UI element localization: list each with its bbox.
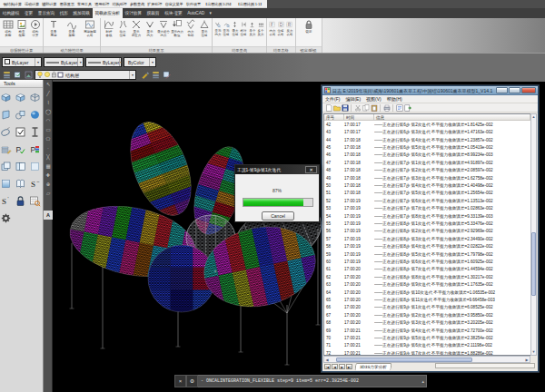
log-row[interactable]: 6417:00:20——正在进行第8步 第10次迭代 不平衡力收敛误差=1.06… <box>324 289 530 296</box>
draw-tool-1-icon[interactable]: ╱ <box>44 89 53 98</box>
ribbon-tab-0[interactable]: 结构建模 <box>0 8 22 18</box>
combo-arrow-icon[interactable]: ▾ <box>149 58 155 66</box>
command-close-icon[interactable]: × <box>174 375 186 387</box>
lineweight-combo[interactable]: ByLayer▾ <box>85 57 122 67</box>
box-wire-icon[interactable] <box>29 91 42 103</box>
ribbon-button-1-2[interactable]: 周期振型表格 <box>81 19 99 38</box>
ibeam-section-icon[interactable] <box>29 125 42 138</box>
tab-next-button[interactable]: ▶ <box>339 364 345 369</box>
ribbon-button-3-5[interactable]: 多个反力 <box>257 19 266 37</box>
draw-tool-12-icon[interactable]: ▱ <box>44 189 53 198</box>
layer-isolate-button[interactable] <box>162 70 172 80</box>
ribbon-button-0-2[interactable]: 结构计算 <box>28 19 42 38</box>
log-filter-icon[interactable] <box>395 103 403 112</box>
draw-tool-8-icon[interactable]: ╳ <box>44 152 53 162</box>
ellipse-sketch-icon[interactable] <box>0 125 13 138</box>
box-3d-icon[interactable] <box>0 91 13 103</box>
log-row[interactable]: 5217:00:19——正在进行第7步 第6次迭代 不平衡力收敛误差=1.135… <box>324 197 530 204</box>
log-row[interactable]: 6617:00:20——正在进行第9步 第1次迭代 不平衡力收敛误差=6.085… <box>324 304 530 311</box>
draw-tool-6-icon[interactable]: ⬠ <box>44 134 53 143</box>
log-row[interactable]: 5117:00:18——正在进行第7步 第5次迭代 不平衡力收敛误差=1.256… <box>324 190 530 197</box>
ribbon-button-4-0[interactable]: F内力表格 <box>268 19 277 37</box>
log-row[interactable]: 5917:00:19——正在进行第8步 第5次迭代 不平衡力收敛误差=1.797… <box>324 250 530 258</box>
s-minus-icon[interactable]: S– <box>29 177 42 190</box>
ribbon-button-3-1[interactable]: 查询位移 <box>223 19 232 37</box>
log-column-1[interactable]: 时间 <box>344 114 374 120</box>
log-row[interactable]: 6717:00:20——正在进行第9步 第2次迭代 不平衡力收敛误差=3.958… <box>324 311 530 318</box>
log-row[interactable]: 5617:00:19——正在进行第8步 第2次迭代 不平衡力收敛误差=2.929… <box>324 228 530 235</box>
plotstyle-combo[interactable]: ByColor▾ <box>124 57 156 67</box>
log-row[interactable]: 4317:00:17——正在进行第6步 第3次迭代 不平衡力收敛误差=1.471… <box>324 128 530 135</box>
copy-icon[interactable] <box>362 103 370 112</box>
ribbon-tab-8[interactable]: 模块·变更 <box>162 8 184 18</box>
menu-item-0[interactable]: 钢结构计算 <box>2 0 23 8</box>
log-row[interactable]: 5017:00:18——正在进行第7步 第4次迭代 不平衡力收敛误差=1.404… <box>324 181 530 189</box>
ribbon-button-2-4[interactable]: 最大组合内力 <box>156 19 170 38</box>
new-doc-icon[interactable] <box>324 103 332 112</box>
progress-dialog-titlebar[interactable]: 工况1-第9步第1次迭代 ✕ <box>235 165 319 174</box>
open-folder-icon[interactable] <box>332 103 341 112</box>
lock-model-icon[interactable] <box>15 194 27 207</box>
log-menu-3[interactable]: 帮助(H) <box>387 96 402 102</box>
ribbon-button-1-0[interactable]: 查看周期 <box>45 19 63 38</box>
rect-pair-icon[interactable] <box>15 160 27 172</box>
layer-edit-icon[interactable] <box>0 142 13 155</box>
log-row[interactable]: 4817:00:18——正在进行第7步 第2次迭代 不平衡力收敛误差=2.085… <box>324 166 530 173</box>
log-row[interactable]: 5517:00:19——正在进行第8步 第1次迭代 不平衡力收敛误差=5.334… <box>324 220 530 227</box>
table-search-icon[interactable] <box>29 194 42 207</box>
layer-properties-button[interactable] <box>2 70 12 80</box>
combo-arrow-icon[interactable]: ▾ <box>35 58 41 66</box>
rect-overlap-icon[interactable] <box>0 160 13 172</box>
log-tab-3d3s[interactable]: 3D3S力学分析 <box>354 363 391 370</box>
ribbon-button-2-1[interactable]: 动力位移 <box>115 19 129 38</box>
log-row[interactable]: 4617:00:18——正在进行第6步 第6次迭代 不平衡力收敛误差=8.992… <box>324 152 530 159</box>
log-row[interactable]: 5717:00:19——正在进行第8步 第3次迭代 不平衡力收敛误差=2.344… <box>324 235 530 242</box>
log-row[interactable]: 5317:00:19——正在进行第7步 第7次迭代 不平衡力收敛误差=1.028… <box>324 204 530 211</box>
log-column-2[interactable]: 信息 <box>374 114 530 120</box>
color-combo[interactable]: ByLayer▾ <box>2 57 42 67</box>
log-row[interactable]: 6317:00:20——正在进行第8步 第9次迭代 不平衡力收敛误差=1.176… <box>324 281 530 289</box>
ribbon-button-5-0[interactable]: 锁定 <box>297 19 321 34</box>
sphere-icon[interactable] <box>29 108 42 121</box>
combo-arrow-icon[interactable]: ▾ <box>119 58 122 66</box>
command-input-area[interactable]: - ONCALINTEGRATION_FLEXIBLE step=9 item=… <box>198 375 427 387</box>
poly-solid-icon[interactable] <box>0 108 13 121</box>
ribbon-button-4-1[interactable]: D位移表格 <box>277 19 286 37</box>
log-vertical-scrollbar[interactable]: ▲ ▼ <box>530 113 537 356</box>
log-message-list[interactable]: 序号时间信息 4217:00:17——正在进行第6步 第2次迭代 不平衡力收敛误… <box>323 113 530 356</box>
ribbon-tab-5[interactable]: 荷载效应分析 <box>93 8 123 18</box>
draw-tool-10-icon[interactable]: ✚ <box>44 171 53 180</box>
scroll-left-arrow[interactable]: ◀ <box>324 358 330 362</box>
menu-item-10[interactable]: 软件设置 <box>184 0 202 8</box>
log-row[interactable]: 7217:00:21——正在进行第9步 第7次迭代 不平衡力收敛误差=1.882… <box>324 349 530 356</box>
ribbon-tab-1[interactable]: 变更 <box>22 8 35 18</box>
log-horizontal-scrollbar[interactable]: ◀ ▶ <box>323 356 530 363</box>
log-row[interactable]: 6817:00:20——正在进行第9步 第3次迭代 不平衡力收敛误差=3.202… <box>324 319 530 327</box>
make-layer-current-button[interactable] <box>140 70 150 80</box>
menu-item-11[interactable]: 【出图比例 1:25】 <box>203 0 235 8</box>
log-row[interactable]: 5817:00:19——正在进行第8步 第4次迭代 不平衡力收敛误差=2.028… <box>324 243 530 250</box>
dialog-close-icon[interactable]: ✕ <box>305 166 317 173</box>
save-icon[interactable] <box>341 103 349 112</box>
layer-combo[interactable]: 结构层▾ <box>35 70 136 80</box>
menu-item-2[interactable]: 辅助计算 <box>41 0 58 8</box>
log-row[interactable]: 6917:00:21——正在进行第9步 第4次迭代 不平衡力收敛误差=2.727… <box>324 327 530 334</box>
ribbon-button-4-2[interactable]: R反力表格 <box>285 19 294 37</box>
ribbon-tab-4[interactable]: 施加荷载 <box>71 8 93 18</box>
ribbon-button-3-3[interactable]: 相对位移 <box>240 19 249 37</box>
ribbon-button-2-2[interactable]: 显示膜应力 <box>129 19 143 38</box>
log-row[interactable]: 4717:00:18——正在进行第7步 第1次迭代 不平衡力收敛误差=4.918… <box>324 159 530 166</box>
menu-item-5[interactable]: 通用处理 <box>94 0 111 8</box>
menu-item-6[interactable]: 结构处理 <box>111 0 128 8</box>
panel-gradient-icon[interactable] <box>0 177 13 190</box>
menu-item-4[interactable]: 常用工具 <box>75 0 93 8</box>
ribbon-button-3-4[interactable]: 单个反力 <box>248 19 257 37</box>
command-customize-icon[interactable]: ⚙ <box>186 375 198 387</box>
log-menu-2[interactable]: 视图(V) <box>366 96 382 102</box>
rect-plain-icon[interactable] <box>29 160 42 172</box>
ribbon-tab-7[interactable]: 膜裁剪 <box>144 8 162 18</box>
ribbon-button-2-0[interactable]: 时程曲线 <box>102 19 115 38</box>
draw-tool-9-icon[interactable]: ▦ <box>44 162 53 171</box>
ribbon-button-2-3[interactable]: 显示内力 <box>143 19 156 38</box>
log-row[interactable]: 6117:00:20——正在进行第8步 第7次迭代 不平衡力收敛误差=1.445… <box>324 266 530 273</box>
